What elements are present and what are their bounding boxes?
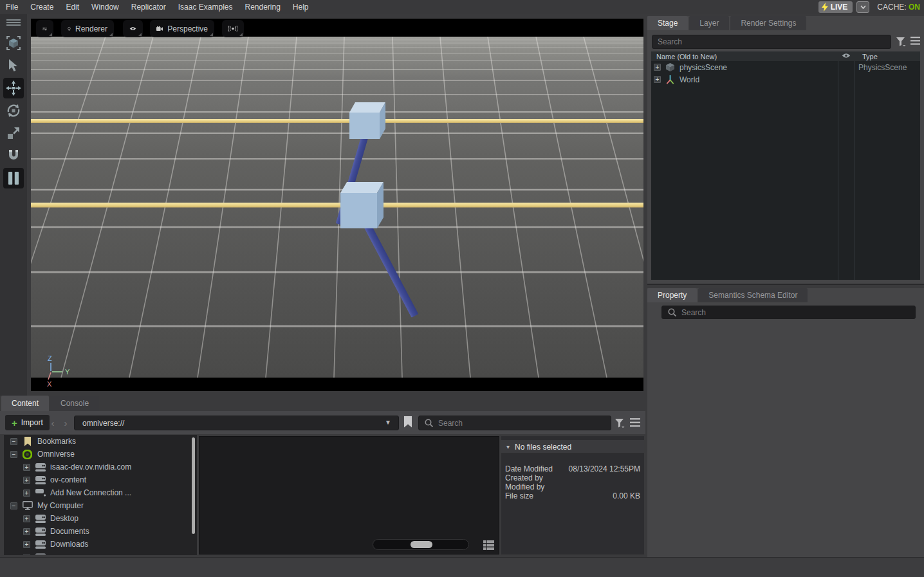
tab-console[interactable]: Console (50, 396, 99, 411)
visibility-button[interactable] (123, 20, 143, 37)
live-dropdown-button[interactable] (856, 1, 869, 13)
expander-icon[interactable]: + (23, 541, 30, 548)
tab-layer[interactable]: Layer (689, 16, 729, 30)
expander-icon[interactable]: − (10, 438, 17, 445)
filter-funnel-icon (896, 37, 906, 46)
path-dropdown-icon[interactable]: ▼ (385, 419, 391, 426)
tree-item-ov-content[interactable]: + ov-content (4, 473, 197, 486)
camera-button[interactable]: Perspective (150, 20, 214, 37)
content-filter-button[interactable] (615, 419, 625, 428)
renderer-button[interactable]: Renderer (61, 20, 114, 37)
stage-search-input[interactable] (652, 35, 891, 49)
snap-tool-button[interactable] (3, 145, 24, 166)
tree-item-isaac-dev[interactable]: + isaac-dev.ov.nvidia.com (4, 461, 197, 473)
menu-help[interactable]: Help (293, 3, 309, 12)
menu-rendering[interactable]: Rendering (245, 3, 280, 12)
stage-row-label: World (679, 75, 699, 84)
grid-view-button[interactable] (482, 538, 495, 551)
details-fields: Date Modified 08/13/2024 12:55PM Created… (505, 464, 640, 500)
stage-options-button[interactable] (910, 37, 920, 45)
tab-property[interactable]: Property (647, 288, 697, 302)
tree-item-label: Add New Connection ... (50, 488, 131, 497)
cache-value: ON (909, 3, 920, 12)
tree-item-omniverse[interactable]: − Omniverse (4, 448, 197, 461)
expander-icon[interactable]: − (10, 502, 17, 509)
expander-icon[interactable] (23, 554, 30, 556)
content-options-button[interactable] (630, 418, 640, 427)
stage-row-label: physicsScene (679, 63, 727, 72)
stage-tree-header: Name (Old to New) Type (651, 51, 920, 61)
tree-item-documents[interactable]: + Documents (4, 525, 197, 538)
pause-button[interactable] (3, 168, 24, 188)
menu-window[interactable]: Window (91, 3, 119, 12)
frame-selection-button[interactable] (3, 33, 24, 53)
tree-item-label: ov-content (50, 475, 86, 484)
tab-semantics-schema-editor[interactable]: Semantics Schema Editor (698, 288, 808, 302)
viewport[interactable]: Z Y X Renderer Perspective (31, 19, 643, 391)
content-search-input[interactable] (418, 416, 611, 430)
menu-edit[interactable]: Edit (66, 3, 79, 12)
plus-icon: + (12, 418, 17, 428)
toolbar-drag-handle-icon[interactable] (3, 16, 24, 29)
tab-render-settings[interactable]: Render Settings (730, 16, 806, 30)
path-input[interactable] (74, 416, 399, 430)
tree-item-desktop[interactable]: + Desktop (4, 512, 197, 525)
column-divider[interactable] (838, 61, 838, 280)
details-header[interactable]: ▾ No files selected (501, 440, 644, 454)
tree-scrollbar[interactable] (192, 437, 195, 534)
stage-row-world[interactable]: + World (651, 73, 920, 86)
camera-button-label: Perspective (167, 24, 208, 33)
bookmark-icon[interactable] (403, 416, 412, 428)
expander-icon[interactable]: − (10, 451, 17, 458)
live-button[interactable]: LIVE (818, 1, 853, 13)
ground-plane (31, 37, 643, 378)
expander-icon[interactable]: + (23, 490, 30, 497)
scale-tool-button[interactable] (3, 123, 24, 143)
axis-y-label: Y (65, 368, 70, 376)
stage-row-physicsscene[interactable]: + physicsScene PhysicsScene (651, 61, 920, 73)
expand-plus-icon[interactable]: + (654, 64, 661, 71)
expander-icon[interactable]: + (23, 528, 30, 535)
type-column-header[interactable]: Type (862, 53, 878, 60)
column-divider[interactable] (855, 61, 855, 280)
rotate-tool-button[interactable] (3, 100, 24, 121)
file-grid-area[interactable] (199, 436, 499, 554)
tab-content[interactable]: Content (1, 396, 49, 411)
menu-bar: File Create Edit Window Replicator Isaac… (0, 0, 924, 14)
back-button[interactable]: ‹ (48, 416, 58, 430)
stage-filter-button[interactable] (896, 37, 906, 46)
video-camera-icon (156, 25, 163, 33)
move-tool-button[interactable] (3, 78, 24, 98)
tree-item-downloads[interactable]: + Downloads (4, 538, 197, 551)
expand-plus-icon[interactable]: + (654, 76, 661, 83)
tree-item-my-computer[interactable]: − My Computer (4, 499, 197, 512)
tree-item-add-new-connection[interactable]: + Add New Connection ... (4, 486, 197, 499)
tree-item-label: Omniverse (37, 450, 75, 459)
menu-create[interactable]: Create (30, 3, 53, 12)
import-button[interactable]: + Import (5, 415, 50, 430)
menu-replicator[interactable]: Replicator (131, 3, 166, 12)
content-toolbar: + Import ‹ › ▼ (0, 411, 645, 434)
property-search-input[interactable] (661, 306, 916, 319)
menu-file[interactable]: File (6, 3, 18, 12)
server-icon (35, 476, 46, 484)
live-label: LIVE (831, 3, 848, 12)
slider-handle[interactable] (411, 541, 432, 548)
tab-stage[interactable]: Stage (647, 16, 688, 30)
expander-icon[interactable]: + (23, 477, 30, 484)
content-tabstrip: Content Console (0, 396, 645, 411)
menu-isaac-examples[interactable]: Isaac Examples (178, 3, 233, 12)
select-tool-button[interactable] (3, 55, 24, 76)
viewport-settings-button[interactable] (36, 20, 53, 37)
waypoint-audio-button[interactable] (222, 20, 244, 37)
forward-button[interactable]: › (60, 416, 71, 430)
tree-item-partial[interactable] (4, 551, 197, 555)
expander-icon[interactable]: + (23, 464, 30, 471)
thumbnail-size-slider[interactable] (373, 539, 469, 550)
name-column-header[interactable]: Name (Old to New) (651, 53, 717, 60)
search-icon (425, 419, 433, 427)
viewport-canvas[interactable]: Z Y X (31, 19, 643, 391)
expander-icon[interactable]: + (23, 515, 30, 522)
tree-item-bookmarks[interactable]: − Bookmarks (4, 435, 197, 448)
property-tabstrip: Property Semantics Schema Editor (647, 288, 924, 302)
